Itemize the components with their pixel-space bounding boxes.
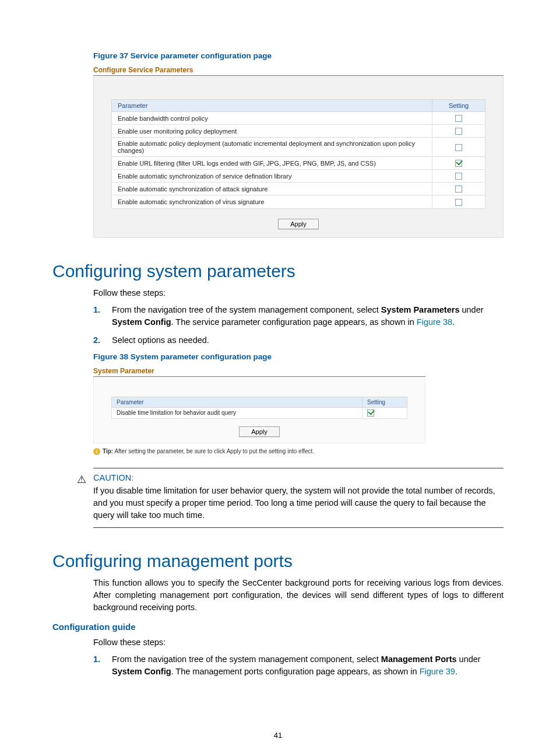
step1-text-b: under — [457, 654, 481, 664]
caution-label: CAUTION: — [93, 473, 504, 482]
param-label: Enable bandwidth control policy — [112, 112, 432, 125]
param-setting — [432, 157, 485, 170]
checkbox[interactable] — [455, 199, 462, 206]
figure38-caption: Figure 38 System parameter configuration… — [93, 352, 504, 361]
param-setting — [432, 138, 485, 157]
checkbox[interactable] — [455, 186, 462, 192]
caution-block: ⚠ CAUTION: If you disable time limitatio… — [93, 468, 504, 528]
tip-label: Tip: — [103, 448, 113, 454]
col-setting: Setting — [363, 397, 407, 407]
caution-icon: ⚠ — [77, 473, 86, 486]
figure39-link[interactable]: Figure 39 — [420, 667, 455, 676]
step1-text-a: From the navigation tree of the system m… — [112, 654, 381, 664]
col-parameter: Parameter — [112, 100, 432, 112]
param-label: Enable automatic synchronization of viru… — [112, 195, 432, 208]
system-param-table: Parameter Setting Disable time limitatio… — [111, 397, 407, 419]
step1-bold1: Management Ports — [381, 654, 457, 664]
step1-text-c: . The management ports configuration pag… — [171, 667, 420, 676]
step1-text-a: From the navigation tree of the system m… — [112, 305, 381, 314]
config-guide-heading: Configuration guide — [52, 622, 504, 632]
caution-text: If you disable time limitation for user … — [93, 485, 504, 522]
param-label: Enable automatic synchronization of serv… — [112, 170, 432, 183]
figure37-panel-title: Configure Service Parameters — [93, 66, 504, 74]
step1-bold1: System Parameters — [381, 305, 460, 314]
col-setting: Setting — [432, 100, 485, 112]
figure37-panel: Parameter Setting Enable bandwidth contr… — [93, 76, 504, 238]
section1-steps: From the navigation tree of the system m… — [93, 304, 504, 346]
param-label: Enable automatic policy deployment (auto… — [112, 138, 432, 157]
param-label: Enable user monitoring policy deployment — [112, 125, 432, 138]
step1-bold2: System Config — [112, 317, 171, 327]
step1-text-d: . — [452, 317, 455, 327]
heading-mgmt-ports: Configuring management ports — [52, 551, 504, 571]
section1-step2: Select options as needed. — [93, 334, 504, 346]
table-row: Enable automatic synchronization of atta… — [112, 183, 485, 195]
table-row: Disable time limitation for behavior aud… — [112, 407, 407, 418]
checkbox[interactable] — [367, 410, 374, 416]
checkbox[interactable] — [455, 173, 462, 180]
table-row: Enable bandwidth control policy — [112, 112, 485, 125]
tip-text: After setting the parameter, be sure to … — [113, 448, 314, 454]
param-setting — [363, 407, 407, 418]
table-row: Enable user monitoring policy deployment — [112, 125, 485, 138]
param-label: Enable URL filtering (filter URL logs en… — [112, 157, 432, 170]
step1-text-c: . The service parameter configuration pa… — [171, 317, 417, 327]
param-label: Disable time limitation for behavior aud… — [112, 407, 363, 418]
checkbox[interactable] — [455, 128, 462, 135]
param-label: Enable automatic synchronization of atta… — [112, 183, 432, 195]
col-parameter: Parameter — [112, 397, 363, 407]
param-setting — [432, 112, 485, 125]
apply-button[interactable]: Apply — [278, 219, 319, 229]
figure38-panel: Parameter Setting Disable time limitatio… — [93, 377, 425, 443]
tip-row: iTip: After setting the parameter, be su… — [93, 448, 425, 455]
section2-steps: From the navigation tree of the system m… — [93, 653, 504, 678]
heading-system-params: Configuring system parameters — [52, 261, 504, 281]
section2-intro: This function allows you to specify the … — [93, 577, 504, 614]
section2-step1: From the navigation tree of the system m… — [93, 653, 504, 678]
info-icon: i — [93, 448, 100, 455]
param-setting — [432, 125, 485, 138]
step1-text-b: under — [459, 305, 483, 314]
service-param-table: Parameter Setting Enable bandwidth contr… — [111, 99, 485, 209]
param-setting — [432, 170, 485, 183]
step1-bold2: System Config — [112, 667, 171, 676]
table-row: Enable automatic synchronization of serv… — [112, 170, 485, 183]
param-setting — [432, 195, 485, 208]
figure37-caption: Figure 37 Service parameter configuratio… — [93, 51, 504, 60]
table-row: Enable URL filtering (filter URL logs en… — [112, 157, 485, 170]
checkbox[interactable] — [455, 115, 462, 122]
checkbox[interactable] — [455, 144, 462, 151]
section1-intro: Follow these steps: — [93, 287, 504, 299]
table-row: Enable automatic synchronization of viru… — [112, 195, 485, 208]
page-number: 41 — [0, 731, 556, 740]
step1-text-d: . — [455, 667, 458, 676]
apply-button[interactable]: Apply — [239, 426, 280, 437]
param-setting — [432, 183, 485, 195]
section2-steps-intro: Follow these steps: — [93, 636, 504, 649]
table-row: Enable automatic policy deployment (auto… — [112, 138, 485, 157]
figure38-link[interactable]: Figure 38 — [417, 317, 452, 327]
section1-step1: From the navigation tree of the system m… — [93, 304, 504, 328]
figure38-panel-title: System Parameter — [93, 367, 425, 375]
checkbox[interactable] — [455, 160, 462, 167]
